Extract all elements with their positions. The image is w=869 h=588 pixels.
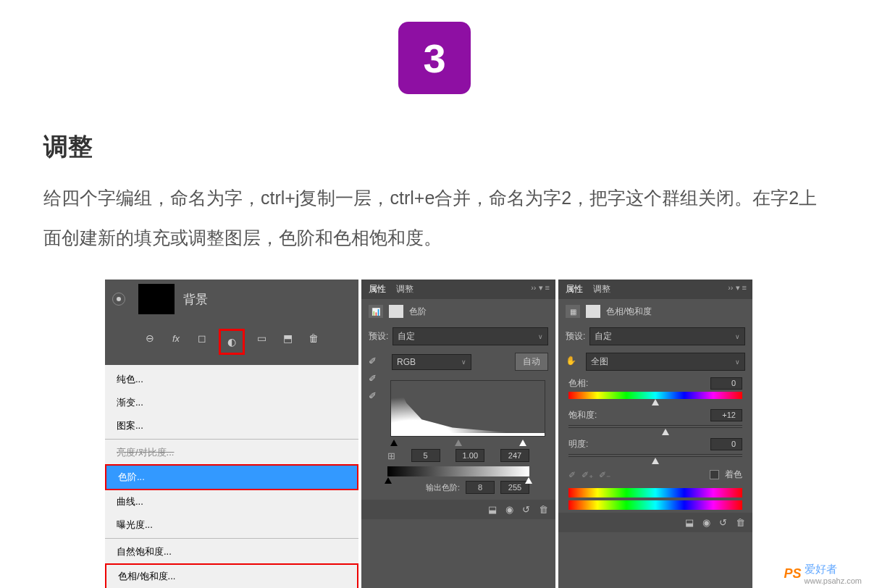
trash-icon[interactable]: 🗑: [736, 517, 745, 528]
menu-gradient[interactable]: 渐变...: [105, 391, 358, 414]
range-dropdown[interactable]: 全图 ∨: [586, 353, 745, 371]
chevron-down-icon: ∨: [461, 358, 466, 366]
wide-histogram-icon[interactable]: ⊞: [387, 450, 395, 461]
new-layer-icon[interactable]: ⬒: [278, 329, 297, 348]
sat-value[interactable]: +12: [710, 409, 742, 421]
lightness-slider[interactable]: [568, 454, 742, 457]
light-thumb[interactable]: [652, 458, 659, 464]
highlight-slider[interactable]: [519, 440, 526, 446]
mask-thumb-icon: [389, 305, 403, 318]
menu-solid-color[interactable]: 纯色...: [105, 368, 358, 391]
input-sliders[interactable]: [390, 440, 526, 446]
visibility-icon[interactable]: [112, 293, 125, 306]
colorize-checkbox[interactable]: [710, 470, 719, 479]
sat-label: 饱和度:: [568, 409, 597, 421]
output-highlight-slider[interactable]: [525, 477, 532, 484]
panel-footer: ⬓ ◉ ↺ 🗑: [558, 513, 752, 532]
collapse-icon[interactable]: ›› ▾ ≡: [728, 283, 747, 293]
sat-thumb[interactable]: [662, 429, 669, 435]
levels-panel: 属性 调整 ›› ▾ ≡ 📊 色阶 预设: 自定 ∨ RGB ∨ 自动 ✐: [361, 280, 555, 588]
layer-thumbnail[interactable]: [138, 284, 175, 314]
menu-separator: [105, 538, 358, 539]
adjustment-name: 色阶: [409, 306, 427, 318]
tab-adjust[interactable]: 调整: [396, 283, 413, 295]
folder-icon[interactable]: ▭: [252, 329, 271, 348]
delete-icon[interactable]: 🗑: [304, 329, 323, 348]
eyedropper-minus-icon[interactable]: ✐₋: [599, 470, 610, 480]
menu-brightness[interactable]: 亮度/对比度...: [105, 441, 358, 464]
chevron-down-icon: ∨: [735, 358, 740, 366]
properties-header: 📊 色阶: [361, 299, 555, 324]
menu-curves[interactable]: 曲线...: [105, 490, 358, 513]
menu-exposure[interactable]: 曝光度...: [105, 513, 358, 537]
preset-dropdown[interactable]: 自定 ∨: [392, 327, 548, 345]
hue-slider[interactable]: [568, 392, 742, 399]
output-label: 输出色阶:: [426, 482, 460, 493]
adjustment-button-highlight: ◐: [219, 329, 245, 355]
tab-properties[interactable]: 属性: [566, 283, 583, 295]
hue-strip-bottom: [568, 500, 742, 510]
gray-eyedropper-icon[interactable]: ✐: [369, 373, 380, 385]
histogram[interactable]: [390, 380, 545, 437]
mask-icon[interactable]: ◻: [193, 329, 211, 348]
watermark: PS 爱好者 www.psahz.com: [784, 563, 862, 585]
view-icon[interactable]: ◉: [702, 517, 710, 528]
reset-icon[interactable]: ↺: [522, 504, 530, 515]
adjustment-layer-icon[interactable]: ◐: [222, 332, 241, 351]
saturation-slider[interactable]: [568, 425, 742, 428]
shadow-slider[interactable]: [390, 440, 398, 446]
hand-icon[interactable]: ✋: [566, 356, 579, 369]
hue-row: 色相: 0: [558, 374, 752, 406]
midtone-slider[interactable]: [455, 440, 462, 446]
link-icon[interactable]: ⊖: [140, 329, 159, 348]
layer-row[interactable]: 背景: [105, 280, 358, 319]
preset-row: 预设: 自定 ∨: [361, 324, 555, 349]
eyedropper-plus-icon[interactable]: ✐₊: [582, 470, 593, 480]
menu-vibrance[interactable]: 自然饱和度...: [105, 540, 358, 563]
hue-thumb[interactable]: [652, 399, 659, 406]
trash-icon[interactable]: 🗑: [539, 504, 548, 515]
colorize-row: ✐ ✐₊ ✐₋ 着色: [558, 464, 752, 485]
step-number: 3: [423, 35, 445, 82]
layer-name[interactable]: 背景: [183, 291, 208, 308]
hue-sat-icon: ▦: [566, 305, 580, 318]
chevron-down-icon: ∨: [538, 333, 543, 340]
black-eyedropper-icon[interactable]: ✐: [369, 356, 380, 367]
output-shadow-slider[interactable]: [385, 477, 392, 484]
hue-value[interactable]: 0: [710, 377, 742, 390]
properties-header: ▦ 色相/饱和度: [558, 299, 752, 324]
channel-row: RGB ∨ 自动: [361, 349, 555, 374]
watermark-logo: PS: [784, 566, 802, 581]
auto-button[interactable]: 自动: [515, 353, 548, 371]
output-gradient[interactable]: [387, 466, 529, 476]
highlight-input[interactable]: 247: [500, 449, 529, 462]
view-icon[interactable]: ◉: [505, 504, 513, 515]
menu-pattern[interactable]: 图案...: [105, 414, 358, 437]
collapse-icon[interactable]: ›› ▾ ≡: [531, 283, 550, 293]
output-shadow-input[interactable]: 8: [466, 481, 495, 494]
channel-dropdown[interactable]: RGB ∨: [392, 354, 471, 370]
shadow-input[interactable]: 5: [411, 449, 440, 462]
clip-icon[interactable]: ⬓: [488, 504, 497, 515]
preset-dropdown[interactable]: 自定 ∨: [589, 327, 745, 345]
hue-label: 色相:: [568, 377, 588, 390]
light-value[interactable]: 0: [710, 438, 742, 450]
tab-adjust[interactable]: 调整: [593, 283, 610, 295]
menu-levels[interactable]: 色阶...: [105, 464, 358, 490]
saturation-row: 饱和度: +12: [558, 406, 752, 435]
screenshot-panels: 背景 ⊖ fx ◻ ◐ ▭ ⬒ 🗑 纯色... 渐变... 图案... 亮度/对…: [105, 280, 869, 588]
tab-properties[interactable]: 属性: [369, 283, 386, 295]
hue-sat-panel: 属性 调整 ›› ▾ ≡ ▦ 色相/饱和度 预设: 自定 ∨ ✋ 全图 ∨ 色相…: [558, 280, 752, 588]
white-eyedropper-icon[interactable]: ✐: [369, 390, 380, 402]
lightness-row: 明度: 0: [558, 435, 752, 464]
reset-icon[interactable]: ↺: [719, 517, 727, 528]
clip-icon[interactable]: ⬓: [685, 517, 694, 528]
eyedropper-icon[interactable]: ✐: [568, 470, 576, 480]
colorize-label: 着色: [725, 469, 742, 481]
section-description: 给四个字编组，命名为字，ctrl+j复制一层，ctrl+e合并，命名为字2，把字…: [43, 178, 826, 258]
range-row: ✋ 全图 ∨: [558, 349, 752, 374]
midtone-input[interactable]: 1.00: [456, 449, 484, 462]
section-title: 调整: [43, 130, 826, 164]
fx-icon[interactable]: fx: [167, 329, 185, 348]
menu-hue-sat[interactable]: 色相/饱和度...: [105, 563, 358, 588]
